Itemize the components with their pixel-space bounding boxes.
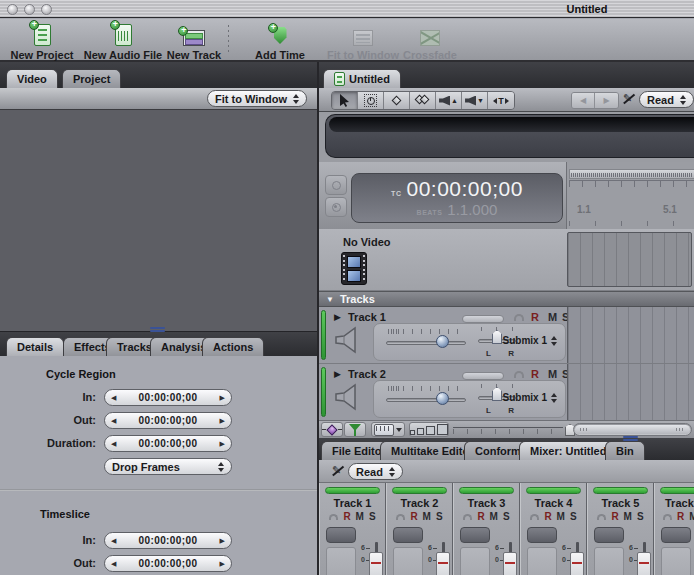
headphone-icon[interactable] <box>530 514 539 520</box>
timecode-format-dropdown[interactable]: Drop Frames <box>104 458 232 475</box>
disclosure-open-icon[interactable]: ▼ <box>326 295 334 304</box>
blade-tool-button[interactable] <box>384 92 410 109</box>
output-button[interactable] <box>460 527 490 543</box>
submix-dropdown[interactable]: Submix 1 <box>503 335 557 346</box>
arm-button[interactable]: R <box>343 511 350 522</box>
arm-button[interactable]: R <box>611 511 618 522</box>
mute-button[interactable]: M <box>423 511 431 522</box>
volume-thumb[interactable] <box>436 335 449 348</box>
mute-button[interactable]: M <box>356 511 364 522</box>
envelope-point-button[interactable] <box>321 422 343 437</box>
headphone-icon[interactable] <box>663 514 672 520</box>
time-display[interactable]: TC 00:00:00;00 BEATS 1.1.000 <box>351 173 563 223</box>
track-color-pill[interactable] <box>325 487 380 494</box>
headphone-icon[interactable] <box>396 514 405 520</box>
solo-button[interactable]: S <box>570 511 577 522</box>
fader-handle[interactable] <box>436 552 450 575</box>
video-zoom-dropdown[interactable]: Fit to Window <box>207 90 307 107</box>
mixer-track-name[interactable]: Track 5 <box>588 497 653 509</box>
blade-all-tool-button[interactable] <box>410 92 436 109</box>
new-track-button[interactable]: New Track <box>164 22 224 61</box>
mute-button[interactable]: M <box>548 311 557 323</box>
mixer-track-name[interactable]: Track 2 <box>387 497 452 509</box>
output-button[interactable] <box>393 527 423 543</box>
tab-mixer[interactable]: Mixer: Untitled <box>519 441 617 460</box>
cycle-duration-stepper[interactable]: ◀ 00:00:00;00 ▶ <box>104 435 232 452</box>
timecode-mode-button[interactable] <box>325 175 347 195</box>
fader-handle[interactable] <box>570 552 584 575</box>
mixer-track-name[interactable]: Track 1 <box>320 497 385 509</box>
scrub-tool-button[interactable]: T <box>488 92 514 109</box>
increment-icon[interactable]: ▶ <box>220 394 225 401</box>
ruler-scrub-strip[interactable] <box>569 169 694 179</box>
output-button[interactable] <box>661 527 691 543</box>
mute-button[interactable]: M <box>624 511 632 522</box>
track-name[interactable]: Track 1 <box>348 311 386 323</box>
beats-mode-button[interactable] <box>325 197 347 217</box>
track-activity-slider[interactable] <box>462 372 504 380</box>
scrollbar-thumb[interactable] <box>575 425 690 434</box>
arm-button[interactable]: R <box>544 511 551 522</box>
next-button[interactable]: ▶ <box>595 93 618 108</box>
mute-button[interactable]: M <box>689 511 694 522</box>
track-color-pill[interactable] <box>593 487 648 494</box>
track-color-pill[interactable] <box>526 487 581 494</box>
arm-button[interactable]: R <box>531 368 539 380</box>
track-color-pill[interactable] <box>459 487 514 494</box>
cycle-in-stepper[interactable]: ◀ 00:00:00;00 ▶ <box>104 389 232 406</box>
time-ruler[interactable]: 1.1 5.1 <box>566 162 694 229</box>
track-lane[interactable] <box>567 364 694 420</box>
tab-video[interactable]: Video <box>6 69 58 88</box>
new-project-button[interactable]: New Project <box>4 22 80 61</box>
cycle-out-stepper[interactable]: ◀ 00:00:00;00 ▶ <box>104 412 232 429</box>
track-color-pill[interactable] <box>392 487 447 494</box>
mute-button[interactable]: M <box>548 368 557 380</box>
disclosure-closed-icon[interactable]: ▶ <box>334 312 341 322</box>
tab-details[interactable]: Details <box>6 337 64 356</box>
mixer-track-name[interactable]: Track 6 <box>655 497 694 509</box>
splitter-grip[interactable] <box>623 436 638 441</box>
increment-icon[interactable]: ▶ <box>220 417 225 424</box>
global-timeline-view[interactable] <box>319 112 694 162</box>
mixer-track-name[interactable]: Track 3 <box>454 497 519 509</box>
lift-tool-button[interactable]: ▲ <box>436 92 462 109</box>
stamp-tool-button[interactable]: ▼ <box>462 92 488 109</box>
solo-button[interactable]: S <box>637 511 644 522</box>
increment-icon[interactable]: ▶ <box>220 440 225 447</box>
tracks-header[interactable]: ▼ Tracks <box>319 291 694 307</box>
headphone-icon[interactable] <box>514 314 524 321</box>
track-activity-slider[interactable] <box>462 315 504 323</box>
timeslice-in-stepper[interactable]: ◀ 00:00:00;00 ▶ <box>104 532 232 549</box>
mixer-track-name[interactable]: Track 4 <box>521 497 586 509</box>
zoom-button[interactable] <box>41 4 52 15</box>
headphone-icon[interactable] <box>597 514 606 520</box>
volume-thumb[interactable] <box>436 392 449 405</box>
disclosure-closed-icon[interactable]: ▶ <box>334 369 341 379</box>
timeslice-tool-button[interactable] <box>358 92 384 109</box>
fader-handle[interactable] <box>369 552 383 575</box>
zoom-slider[interactable] <box>453 424 575 436</box>
automation-recording-toggle[interactable]: ✎ <box>622 92 636 106</box>
global-view-scrubber[interactable] <box>329 117 694 132</box>
automation-recording-toggle[interactable]: ✎ <box>331 464 345 478</box>
tab-bin[interactable]: Bin <box>605 441 645 460</box>
previous-button[interactable]: ◀ <box>572 93 595 108</box>
selection-tool-button[interactable] <box>332 92 358 109</box>
mute-button[interactable]: M <box>557 511 565 522</box>
marker-filter-button[interactable] <box>344 422 366 437</box>
tab-project-untitled[interactable]: Untitled <box>323 69 401 88</box>
arm-button[interactable]: R <box>531 311 539 323</box>
titlebar[interactable]: Untitled <box>0 0 694 18</box>
track-height-button[interactable] <box>409 422 449 437</box>
track-lane[interactable] <box>567 307 694 363</box>
arm-button[interactable]: R <box>477 511 484 522</box>
track-color-pill[interactable] <box>660 487 694 494</box>
video-track-lane[interactable] <box>567 232 692 287</box>
solo-button[interactable]: S <box>369 511 376 522</box>
tab-actions[interactable]: Actions <box>202 337 264 356</box>
solo-button[interactable]: S <box>503 511 510 522</box>
volume-slider[interactable] <box>386 328 466 354</box>
tab-project[interactable]: Project <box>62 69 121 88</box>
increment-icon[interactable]: ▶ <box>220 537 225 544</box>
increment-icon[interactable]: ▶ <box>220 560 225 567</box>
